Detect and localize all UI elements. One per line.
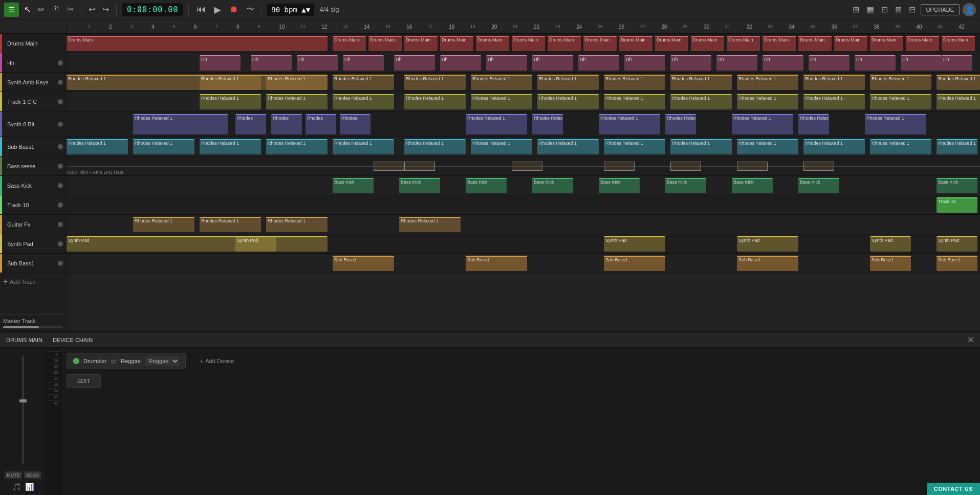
clip-drums-main-13[interactable]: Drums Main bbox=[727, 36, 760, 51]
track-item-drums-main[interactable]: Drums Main bbox=[0, 34, 66, 53]
clip-drums-main-14[interactable]: Drums Main bbox=[763, 36, 796, 51]
plugin-button[interactable]: ⊠ bbox=[893, 4, 904, 15]
clip-guitar-fx-1[interactable]: Rhodes Relaxed 1 bbox=[133, 217, 194, 232]
track-item-hh[interactable]: Hh bbox=[0, 53, 66, 73]
draw-tool-button[interactable]: ✏ bbox=[36, 4, 47, 15]
clip-synth8bit-11[interactable]: Rhodes Relaxed 2 bbox=[798, 114, 829, 134]
clip-hh-11[interactable]: Hh bbox=[670, 55, 711, 71]
bpm-display[interactable]: 90 bpm ▲▼ bbox=[267, 4, 314, 16]
track-knob-sub-bass1b[interactable] bbox=[58, 261, 63, 266]
clip-sub-bass1-3[interactable]: Rhodes Relaxed 1 bbox=[200, 139, 261, 154]
clip-sub-bass1-9[interactable]: Rhodes Relaxed 1 bbox=[604, 139, 665, 154]
clip-synth8bit-9[interactable]: Rhodes Relaxed 2 bbox=[665, 114, 696, 134]
clip-hh-15[interactable]: Hh bbox=[855, 55, 896, 71]
clips-area[interactable]: Drums Main Drums Main Drums Main Drums M… bbox=[67, 34, 980, 331]
track-item-synth-amb[interactable]: Synth Amb Keys bbox=[0, 73, 66, 92]
track-knob-synth-amb[interactable] bbox=[58, 80, 63, 85]
clip-sub-bass1b-2[interactable]: Sub Bass1 bbox=[466, 256, 527, 271]
clip-sub-bass1-7[interactable]: Rhodes Relaxed 1 bbox=[471, 139, 532, 154]
clip-track1cc-1[interactable]: Rhodes Relaxed 1 bbox=[200, 94, 261, 109]
clip-hh-7[interactable]: Hh bbox=[486, 55, 527, 71]
grid-view-button[interactable]: ⊞ bbox=[851, 4, 861, 15]
automation-shape-3[interactable] bbox=[512, 162, 542, 171]
clip-synth-amb-3[interactable]: Rhodes Relaxed 1 bbox=[266, 75, 328, 90]
track-knob-guitar-fx[interactable] bbox=[58, 222, 63, 227]
clip-synth-amb-9[interactable]: Rhodes Relaxed 1 bbox=[670, 75, 732, 90]
clip-sub-bass1b-3[interactable]: Sub Bass1 bbox=[604, 256, 665, 271]
clip-track1cc-12[interactable]: Rhodes Relaxed 1 bbox=[937, 94, 980, 109]
master-fader[interactable] bbox=[3, 326, 63, 328]
clip-guitar-fx-2[interactable]: Rhodes Relaxed 1 bbox=[200, 217, 261, 232]
clip-synth8bit-5[interactable]: Rhodes bbox=[340, 114, 371, 134]
track-item-synth8bit[interactable]: Synth 8 Bit bbox=[0, 111, 66, 137]
track-knob-synth8bit[interactable] bbox=[58, 122, 63, 127]
clip-track1cc-3[interactable]: Rhodes Relaxed 1 bbox=[333, 94, 394, 109]
clip-drums-main-10[interactable]: Drums Main bbox=[619, 36, 652, 51]
clip-sub-bass1-5[interactable]: Rhodes Relaxed 1 bbox=[333, 139, 394, 154]
track-item-bass-kick[interactable]: Bass Kick bbox=[0, 176, 66, 195]
clip-drums-main-2[interactable]: Drums Main bbox=[333, 36, 366, 51]
clip-hh-12[interactable]: Hh bbox=[716, 55, 757, 71]
track-knob-sub-bass1[interactable] bbox=[58, 144, 63, 149]
track-item-guitar-fx[interactable]: Guitar Fx bbox=[0, 215, 66, 234]
track-item-sub-bass1b[interactable]: Sub Bass1 bbox=[0, 254, 66, 273]
clip-guitar-fx-3[interactable]: Rhodes Relaxed 1 bbox=[266, 217, 328, 232]
scissors-tool-button[interactable]: ✂ bbox=[65, 4, 76, 15]
clip-bass-kick-2[interactable]: Bass Kick bbox=[399, 178, 440, 193]
clip-bass-kick-7[interactable]: Bass Kick bbox=[732, 178, 773, 193]
clip-synth8bit-12[interactable]: Rhodes Relaxed 1 bbox=[865, 114, 926, 134]
clip-synth-amb-13[interactable]: Rhodes Relaxed 1 bbox=[937, 75, 980, 90]
upgrade-button[interactable]: UPGRADE bbox=[921, 4, 960, 15]
automation-shape-6[interactable] bbox=[737, 162, 768, 171]
timeline-area[interactable]: 1234567891011121314151617181920212223242… bbox=[67, 19, 980, 331]
clip-hh-6[interactable]: Hh bbox=[440, 55, 481, 71]
track-item-sub-bass1[interactable]: Sub Bass1 bbox=[0, 137, 66, 156]
clip-hh-17[interactable]: Hh bbox=[942, 55, 972, 71]
volume-fader-thumb[interactable] bbox=[19, 399, 27, 402]
clip-synth-pad-4[interactable]: Synth Pad bbox=[737, 236, 798, 252]
clip-hh-10[interactable]: Hh bbox=[624, 55, 665, 71]
clip-drums-main-19[interactable]: Drums Main bbox=[942, 36, 975, 51]
add-device-button[interactable]: + Add Device bbox=[200, 358, 234, 364]
bottom-panel-close-button[interactable]: ✕ bbox=[967, 335, 974, 345]
track-knob-bass-reese[interactable] bbox=[58, 164, 63, 169]
clip-synth-amb-10[interactable]: Rhodes Relaxed 1 bbox=[737, 75, 798, 90]
clip-sub-bass1-2[interactable]: Rhodes Relaxed 1 bbox=[133, 139, 194, 154]
menu-button[interactable]: ☰ bbox=[4, 3, 19, 17]
clip-drums-main-9[interactable]: Drums Main bbox=[583, 36, 617, 51]
clip-drums-main-5[interactable]: Drums Main bbox=[440, 36, 473, 51]
clip-bass-kick-5[interactable]: Bass Kick bbox=[599, 178, 640, 193]
clip-track1cc-11[interactable]: Rhodes Relaxed 1 bbox=[870, 94, 931, 109]
clip-synth-amb-8[interactable]: Rhodes Relaxed 1 bbox=[604, 75, 665, 90]
clip-sub-bass1-12[interactable]: Rhodes Relaxed 1 bbox=[803, 139, 865, 154]
clip-hh-8[interactable]: Hh bbox=[532, 55, 573, 71]
track-knob-hh[interactable] bbox=[58, 60, 63, 65]
clip-drums-main-6[interactable]: Drums Main bbox=[476, 36, 509, 51]
clip-hh-2[interactable]: Hh bbox=[251, 55, 292, 71]
clip-hh-1[interactable]: Hh bbox=[200, 55, 241, 71]
device-block-drumpler[interactable]: Drumpler ⇄ Reggae Reggae bbox=[67, 353, 186, 369]
clip-drums-main-16[interactable]: Drums Main bbox=[834, 36, 867, 51]
clip-sub-bass1-14[interactable]: Rhodes Relaxed 1 bbox=[937, 139, 977, 154]
track-knob-bass-kick[interactable] bbox=[58, 183, 63, 188]
mute-button[interactable]: MUTE bbox=[5, 471, 22, 479]
clip-track1cc-6[interactable]: Rhodes Relaxed 1 bbox=[537, 94, 599, 109]
clip-sub-bass1b-6[interactable]: Sub Bass1 bbox=[937, 256, 977, 271]
track-knob-track10[interactable] bbox=[58, 202, 63, 208]
clip-bass-kick-6[interactable]: Bass Kick bbox=[665, 178, 706, 193]
clip-synth8bit-3[interactable]: Rhodes bbox=[271, 114, 302, 134]
clip-synth8bit-7[interactable]: Rhodes Relaxed 2 bbox=[532, 114, 563, 134]
clip-bass-kick-8[interactable]: Bass Kick bbox=[798, 178, 839, 193]
undo-button[interactable]: ↩ bbox=[86, 4, 97, 15]
clip-drums-main-4[interactable]: Drums Main bbox=[404, 36, 438, 51]
clip-track1cc-5[interactable]: Rhodes Relaxed 1 bbox=[471, 94, 532, 109]
clip-synth-amb-4[interactable]: Rhodes Relaxed 1 bbox=[333, 75, 394, 90]
clip-drums-main-18[interactable]: Drums Main bbox=[906, 36, 939, 51]
clip-sub-bass1-8[interactable]: Rhodes Relaxed 1 bbox=[537, 139, 599, 154]
clip-track1cc-10[interactable]: Rhodes Relaxed 1 bbox=[803, 94, 865, 109]
track-knob-track1cc[interactable] bbox=[58, 99, 63, 104]
clip-drums-main-3[interactable]: Drums Main bbox=[368, 36, 402, 51]
clip-synth8bit-4[interactable]: Rhodes bbox=[306, 114, 336, 134]
clip-sub-bass1b-5[interactable]: Sub Bass1 bbox=[870, 256, 911, 271]
clip-bass-kick-1[interactable]: Bass Kick bbox=[333, 178, 374, 193]
